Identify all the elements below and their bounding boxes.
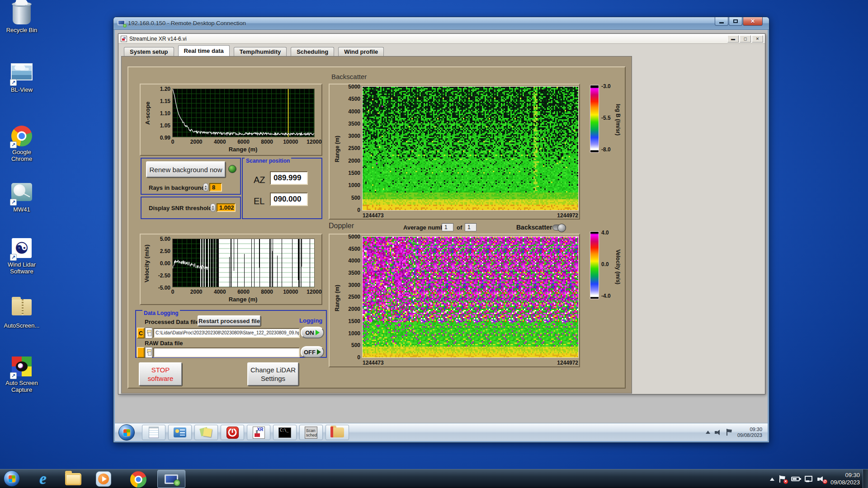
backscatter-graph: Range (m) 500045004000350030002500200015… [329, 84, 580, 220]
control-panel-icon [174, 427, 186, 437]
desktop-icon-auto-screen-capture[interactable]: ↗ Auto Screen Capture [0, 356, 43, 393]
desktop: Recycle Bin ↗ BL-View ↗ Google Chrome ↗ … [0, 0, 868, 488]
tick-label: 1500 [340, 319, 360, 324]
host-clock-time: 09:30 [830, 472, 860, 479]
tick-label: 2500 [340, 145, 360, 151]
start-button[interactable] [4, 470, 20, 487]
desktop-icon-mw41[interactable]: ↗ MW41 [0, 182, 43, 213]
stop-software-button[interactable]: STOP software [139, 362, 182, 386]
remote-taskbar-streamline-xr[interactable]: XR [247, 425, 270, 440]
taskbar-internet-explorer[interactable]: e [35, 471, 51, 487]
desktop-icon-label: Google Chrome [6, 149, 38, 162]
change-lidar-settings-button[interactable]: Change LiDAR Settings [247, 362, 299, 386]
tick-label: 10000 [283, 289, 298, 295]
raw-logging-toggle[interactable]: OFF [301, 346, 324, 358]
desktop-icon-autoscreen-zip[interactable]: AutoScreen... [0, 296, 43, 329]
restart-processed-file-button[interactable]: Restart processed file [198, 315, 261, 326]
rdp-maximize-button[interactable] [729, 17, 742, 26]
tab-scheduling[interactable]: Scheduling [291, 47, 334, 56]
taskbar-rdp-active-window[interactable] [157, 470, 185, 488]
raw-file-browse-icon[interactable] [145, 347, 152, 358]
processed-path-field[interactable]: C:\Lidar\Data\Proc\2023\202308\20230809\… [153, 328, 300, 338]
app-minimize-button[interactable]: ▬ [727, 35, 739, 42]
average-total-field[interactable]: 1 [465, 223, 476, 231]
tab-wind-profile[interactable]: Wind profile [338, 47, 384, 56]
tick-label: 3500 [340, 270, 360, 276]
remote-clock-time: 09:30 [737, 427, 762, 432]
desktop-icon-recycle-bin[interactable]: Recycle Bin [0, 4, 43, 33]
backscatter-doppler-toggle[interactable] [552, 225, 566, 230]
battery-icon[interactable] [791, 477, 800, 481]
snr-spinner[interactable]: ▲▼ [210, 203, 216, 212]
raw-path-field[interactable] [153, 347, 300, 357]
scanner-position-title: Scanner position [245, 158, 291, 164]
network-icon[interactable] [805, 476, 812, 482]
snr-value-field[interactable]: 1.002 [217, 203, 236, 212]
tray-expand-icon[interactable] [770, 478, 774, 481]
taskbar-file-explorer[interactable] [65, 471, 81, 485]
tick-label: 500 [340, 195, 360, 201]
remote-action-center-icon[interactable] [726, 429, 733, 436]
remote-taskbar-notepad[interactable] [142, 425, 165, 440]
rdp-window: 192.168.0.150 - Remote Desktop Connectio… [113, 17, 769, 443]
remote-volume-icon[interactable] [715, 429, 722, 436]
remote-taskbar-command-prompt[interactable]: C:\_ [273, 425, 297, 440]
app-titlebar[interactable]: StreamLine XR v14-6.vi ▬ ◻ ✕ [118, 34, 765, 44]
tab-real-time-data[interactable]: Real time data [178, 45, 230, 56]
velocity-x-axis-label: Range (m) [172, 296, 314, 303]
processed-file-browse-icon[interactable] [145, 328, 152, 338]
tick-label: 4500 [340, 96, 360, 102]
remote-clock[interactable]: 09:30 09/08/2023 [737, 427, 764, 438]
remote-start-button[interactable] [118, 424, 135, 441]
app-close-button[interactable]: ✕ [752, 35, 763, 42]
tick-label: 10000 [283, 139, 298, 145]
taskbar-chrome[interactable] [130, 471, 146, 488]
remote-taskbar-folder[interactable] [326, 425, 349, 440]
remote-taskbar: XR C:\_ Scan sched 09:30 09/08/2023 [115, 423, 768, 441]
remote-desktop-session: StreamLine XR v14-6.vi ▬ ◻ ✕ System setu… [115, 30, 768, 441]
processed-logging-toggle[interactable]: ON [301, 327, 324, 338]
desktop-icon-wind-lidar-software[interactable]: ☯↗ Wind Lidar Software [0, 238, 43, 275]
action-center-icon[interactable]: ✕ [779, 475, 786, 483]
rdp-close-button[interactable]: ✕ [743, 17, 763, 26]
rdp-minimize-button[interactable] [715, 17, 728, 26]
volume-muted-icon[interactable]: ∅ [817, 476, 826, 483]
tick-label: 0 [340, 207, 360, 213]
scan-sched-line2: sched [306, 433, 317, 437]
media-player-icon [96, 471, 111, 487]
taskbar-media-player[interactable] [96, 471, 111, 487]
az-value-field[interactable]: 089.999 [270, 171, 308, 185]
processed-drive-letter[interactable]: C [137, 328, 145, 338]
shortcut-arrow-icon: ↗ [10, 372, 17, 379]
tab-system-setup[interactable]: System setup [124, 47, 174, 56]
average-number-field[interactable]: 1 [442, 223, 453, 231]
shortcut-arrow-icon: ↗ [10, 199, 17, 206]
tick-label: 2.50 [151, 249, 170, 254]
desktop-icon-bl-view[interactable]: ↗ BL-View [0, 61, 43, 93]
rays-in-background-label: Rays in background [149, 184, 205, 191]
remote-taskbar-control-app[interactable] [168, 425, 192, 440]
remote-tray-expand-icon[interactable] [706, 431, 710, 434]
host-clock[interactable]: 09:30 09/08/2023 [830, 472, 860, 486]
remote-taskbar-power-app[interactable] [221, 425, 244, 440]
app-maximize-button[interactable]: ◻ [740, 35, 751, 42]
tab-temp-humidity[interactable]: Temp/humidity [234, 47, 287, 56]
desktop-icon-google-chrome[interactable]: ↗ Google Chrome [0, 126, 43, 162]
tick-label: 6000 [237, 139, 250, 145]
sticky-notes-icon [200, 427, 212, 438]
rays-value-field[interactable]: 8 [209, 183, 222, 192]
rays-spinner[interactable]: ▲▼ [203, 183, 208, 192]
el-value-field[interactable]: 090.000 [270, 192, 308, 206]
tick-label: -5.00 [151, 285, 170, 291]
show-desktop-button[interactable] [863, 469, 868, 488]
doppler-x-end: 1244972 [557, 360, 578, 366]
doppler-x-labels: 1244473 1244972 [363, 360, 578, 366]
raw-drive-letter[interactable] [137, 347, 145, 358]
tick-label: 2000 [190, 289, 203, 295]
remote-taskbar-sticky-notes[interactable] [194, 425, 218, 440]
tick-label: 12000 [307, 289, 321, 295]
rdp-titlebar[interactable]: 192.168.0.150 - Remote Desktop Connectio… [113, 17, 769, 30]
renew-background-button[interactable]: Renew background now [146, 161, 226, 178]
labview-vi-icon [121, 36, 127, 42]
remote-taskbar-scan-scheduler[interactable]: Scan sched [299, 425, 323, 440]
